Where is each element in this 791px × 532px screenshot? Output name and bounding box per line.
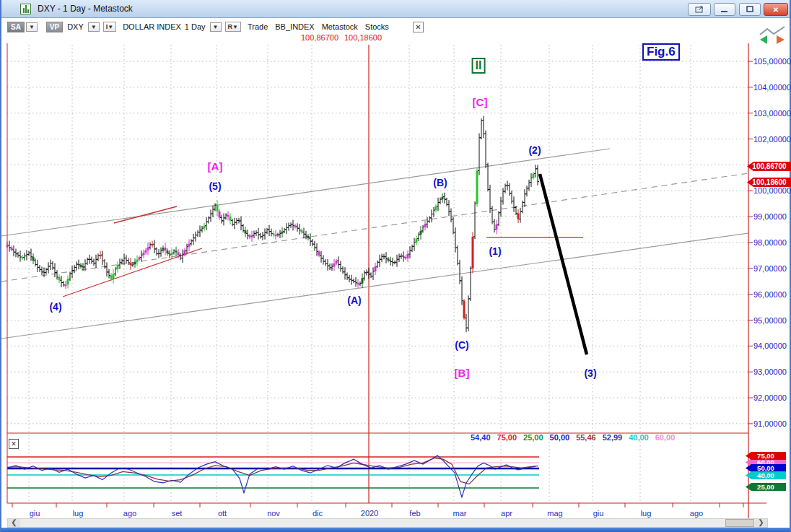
wave-label-3: (3) bbox=[584, 367, 596, 379]
indicator-value: 25,00 bbox=[523, 433, 543, 442]
period-dropdown[interactable]: ▼ bbox=[210, 22, 222, 32]
symbol-dropdown[interactable]: ▼ bbox=[88, 22, 100, 32]
price-axis-label: 93,00000 bbox=[753, 367, 787, 376]
maximize-icon bbox=[746, 6, 754, 13]
chart-canvas bbox=[1, 0, 791, 532]
popout-icon bbox=[695, 6, 704, 13]
indicator-value: 54,40 bbox=[471, 433, 491, 442]
price-axis-label: 95,00000 bbox=[753, 316, 787, 325]
minimize-icon bbox=[721, 6, 728, 13]
app-chart-icon bbox=[20, 4, 31, 14]
wave-label-5: (5) bbox=[209, 180, 221, 192]
vp-button[interactable]: VP bbox=[46, 22, 63, 32]
month-label: giu bbox=[30, 509, 40, 518]
price-axis-label: 98,00000 bbox=[753, 238, 787, 247]
wave-label-2: (2) bbox=[528, 144, 541, 156]
month-label: dic bbox=[313, 509, 323, 518]
app-window: DXY - 1 Day - Metastock ✕ SA ▼ VP DXY ▼ … bbox=[0, 0, 791, 532]
close-button[interactable]: ✕ bbox=[764, 3, 788, 16]
month-label: lug bbox=[73, 509, 84, 518]
quote-value-2: 100,18600 bbox=[344, 33, 382, 42]
sa-button[interactable]: SA bbox=[7, 22, 25, 32]
indicator-value: 52,99 bbox=[603, 433, 623, 442]
last-price-tag: 100,18600 bbox=[747, 178, 791, 187]
indicator-value: 40,00 bbox=[629, 433, 649, 442]
indicator-value: 60,00 bbox=[655, 433, 676, 442]
chart-toolbar: SA ▼ VP DXY ▼ I▼ DOLLAR INDEX 1 Day ▼ R▼… bbox=[7, 19, 743, 35]
price-axis-label: 97,00000 bbox=[753, 264, 787, 273]
title-bar: DXY - 1 Day - Metastock ✕ bbox=[1, 0, 790, 18]
horizontal-scrollbar[interactable]: ❮ ❯ bbox=[7, 518, 768, 528]
wave-label-4: (4) bbox=[49, 301, 61, 313]
wave-label-C: (C) bbox=[455, 339, 468, 351]
stocks-label: Stocks bbox=[365, 22, 389, 31]
lower-panel-close-button[interactable]: ✕ bbox=[9, 439, 19, 449]
oscillator-level-tag: 25,00 bbox=[746, 483, 786, 491]
symbol-label: DXY bbox=[67, 22, 84, 31]
trend-arrows-icon[interactable] bbox=[758, 25, 788, 46]
ibeam-dropdown[interactable]: I▼ bbox=[103, 22, 116, 32]
sa-dropdown[interactable]: ▼ bbox=[26, 22, 38, 32]
price-axis-label: 92,00000 bbox=[753, 393, 787, 402]
price-axis-label: 91,00000 bbox=[753, 419, 787, 428]
indicator-values-row: 54,4075,0025,0050,0055,4652,9940,0060,00 bbox=[471, 433, 681, 442]
month-label: ago bbox=[123, 509, 136, 518]
wave-label-B: (B) bbox=[433, 177, 447, 188]
trade-label[interactable]: Trade bbox=[248, 22, 268, 31]
month-label: apr bbox=[501, 509, 512, 518]
month-label: mar bbox=[453, 509, 467, 518]
oscillator-level-tag: 40,00 bbox=[746, 471, 786, 479]
indicator-value: 75,00 bbox=[497, 433, 517, 442]
vendor-label: Metastock bbox=[322, 22, 358, 31]
indicator-value: 55,46 bbox=[576, 433, 596, 442]
maximize-button[interactable] bbox=[739, 3, 761, 16]
figure-label: Fig.6 bbox=[642, 43, 680, 61]
price-axis-label: 102,00000 bbox=[753, 135, 791, 144]
wave-label-II: II bbox=[472, 58, 486, 74]
scrollbar-thumb[interactable] bbox=[725, 519, 754, 527]
oscillator-level-tag: 75,00 bbox=[746, 452, 786, 460]
month-label: ago bbox=[690, 509, 703, 518]
popout-button[interactable] bbox=[688, 3, 711, 16]
price-axis-label: 105,00000 bbox=[753, 57, 791, 66]
indicator-label: BB_INDEX bbox=[275, 22, 314, 31]
indicator-value: 50,00 bbox=[550, 433, 570, 442]
security-name: DOLLAR INDEX bbox=[123, 22, 181, 31]
period-label: 1 Day bbox=[185, 22, 206, 31]
wave-label-1: (1) bbox=[489, 245, 501, 257]
price-axis-label: 99,00000 bbox=[753, 212, 787, 221]
price-axis-label: 103,00000 bbox=[753, 109, 791, 118]
window-title: DXY - 1 Day - Metastock bbox=[38, 4, 133, 14]
r-dropdown[interactable]: R▼ bbox=[225, 22, 241, 32]
month-label: mag bbox=[547, 509, 562, 518]
scroll-left-button[interactable]: ❮ bbox=[8, 519, 20, 527]
minimize-button[interactable] bbox=[714, 3, 735, 16]
month-label: ott bbox=[218, 509, 227, 518]
wave-label-A: (A) bbox=[347, 295, 361, 306]
wave-label-B: [B] bbox=[455, 367, 470, 379]
month-label: giu bbox=[593, 509, 604, 518]
price-axis-label: 100,00000 bbox=[753, 186, 791, 195]
wave-label-A: [A] bbox=[208, 160, 223, 173]
window-bottom-frame bbox=[1, 528, 790, 532]
scroll-right-button[interactable]: ❯ bbox=[755, 519, 767, 527]
quote-value-1: 100,86700 bbox=[301, 33, 338, 42]
price-axis-label: 104,00000 bbox=[753, 83, 791, 92]
quote-line: 100,86700100,18600 bbox=[301, 33, 388, 42]
month-label: nov bbox=[267, 509, 280, 518]
toolbar-close-button[interactable]: ✕ bbox=[413, 22, 424, 32]
wave-label-C: [C] bbox=[473, 96, 488, 108]
price-axis-label: 96,00000 bbox=[753, 290, 787, 299]
last-price-tag: 100,86700 bbox=[747, 162, 791, 171]
month-label: feb bbox=[409, 509, 420, 518]
month-label: lug bbox=[641, 509, 652, 518]
oscillator-level-tag: 50,00 bbox=[746, 464, 786, 472]
month-label: set bbox=[172, 509, 183, 518]
price-axis-label: 94,00000 bbox=[753, 341, 787, 350]
month-label: 2020 bbox=[361, 509, 378, 518]
